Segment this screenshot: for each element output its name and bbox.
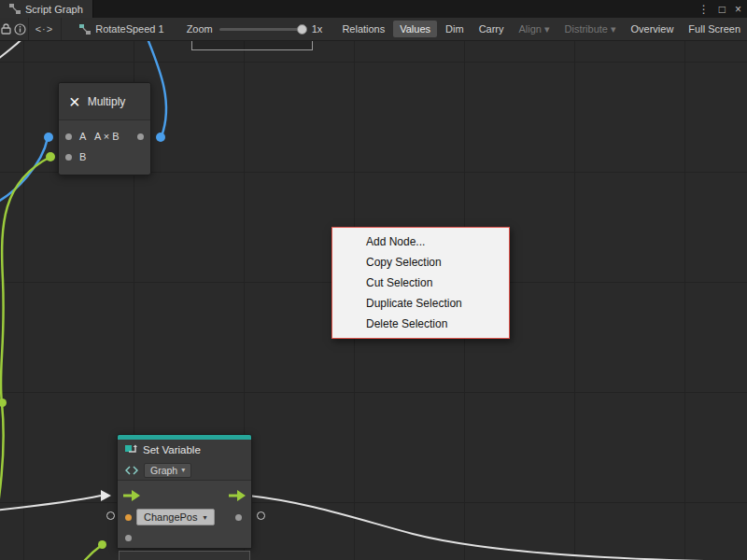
overview-button[interactable]: Overview <box>625 21 681 37</box>
multiply-node[interactable]: × Multiply A A × B B <box>58 82 151 175</box>
align-button[interactable]: Align ▾ <box>513 21 557 38</box>
input-b-label: B <box>79 151 86 162</box>
edit-graph-button[interactable]: <·> <box>28 18 60 40</box>
info-button[interactable] <box>12 18 28 40</box>
lock-button[interactable] <box>0 18 12 40</box>
zoom-slider-knob[interactable] <box>297 24 307 35</box>
toolbar-buttons: Relations Values Dim Carry Align ▾ Distr… <box>335 21 747 38</box>
green-connection-dot-b[interactable] <box>46 152 55 161</box>
relations-button[interactable]: Relations <box>335 21 391 37</box>
dim-button[interactable]: Dim <box>439 21 471 37</box>
menu-item-add-node[interactable]: Add Node... <box>332 231 509 252</box>
tab-bar: Script Graph ⋮ □ × <box>0 0 747 18</box>
input-port-a[interactable] <box>65 133 72 140</box>
distribute-button[interactable]: Distribute ▾ <box>558 21 623 38</box>
multiply-operator-icon: × <box>69 92 80 111</box>
relation-circle-right[interactable] <box>257 511 265 520</box>
set-variable-title: Set Variable <box>143 444 201 455</box>
zoom-value: 1x <box>312 23 323 35</box>
align-label: Align <box>519 23 542 35</box>
set-variable-icon <box>125 444 137 455</box>
chevron-down-icon: ▾ <box>204 513 207 522</box>
flow-input-port[interactable] <box>123 488 140 505</box>
tab-script-graph[interactable]: Script Graph <box>0 0 93 18</box>
flow-output-port[interactable] <box>229 488 246 505</box>
multiply-node-body: A A × B B <box>59 120 150 175</box>
multiply-row-b: B <box>59 147 150 167</box>
menu-item-cut-selection[interactable]: Cut Selection <box>332 273 509 293</box>
window-menu-icon[interactable]: ⋮ <box>698 3 710 16</box>
carry-button[interactable]: Carry <box>472 21 511 37</box>
set-variable-value-field[interactable] <box>119 551 250 560</box>
zoom-label: Zoom <box>187 23 213 35</box>
flow-row <box>118 481 251 507</box>
value-input-port[interactable] <box>125 535 132 541</box>
relation-circle-left[interactable] <box>106 511 115 520</box>
lock-icon <box>1 23 11 35</box>
zoom-slider[interactable] <box>219 28 305 31</box>
zoom-control: Zoom 1x <box>174 23 331 35</box>
scope-label: Graph <box>150 465 177 476</box>
variable-name-dropdown[interactable]: ChangePos ▾ <box>136 509 215 525</box>
values-button[interactable]: Values <box>393 21 437 37</box>
blue-connection-dot-a[interactable] <box>44 133 53 142</box>
menu-item-duplicate-selection[interactable]: Duplicate Selection <box>332 293 509 314</box>
distribute-label: Distribute <box>565 23 608 35</box>
window-maximize-icon[interactable]: □ <box>719 3 726 16</box>
graph-asset-icon <box>79 24 91 35</box>
script-graph-icon <box>9 4 21 14</box>
blue-connection-dot-out[interactable] <box>156 133 165 142</box>
chevron-down-icon: ▾ <box>544 23 550 35</box>
variable-name-label: ChangePos <box>144 511 198 523</box>
graph-name: RotateSpeed 1 <box>95 23 163 35</box>
window-controls: ⋮ □ × <box>698 0 747 18</box>
info-icon <box>14 23 26 35</box>
set-variable-node[interactable]: Set Variable Graph ▾ <box>117 434 252 549</box>
input-port-row <box>118 527 251 548</box>
output-port[interactable] <box>137 133 144 140</box>
variable-row: ChangePos ▾ <box>118 507 251 527</box>
chevron-down-icon: ▾ <box>181 466 185 474</box>
green-endpoint-dot[interactable] <box>98 540 106 549</box>
set-variable-scope-row: Graph ▾ <box>118 460 251 481</box>
variable-value-port[interactable] <box>125 514 132 521</box>
graph-reference[interactable]: RotateSpeed 1 <box>61 23 173 35</box>
code-chevrons-icon <box>125 466 138 475</box>
input-port-b[interactable] <box>65 154 72 161</box>
graph-toolbar: <·> RotateSpeed 1 Zoom 1x Relations Valu… <box>0 18 747 41</box>
scope-dropdown[interactable]: Graph ▾ <box>144 463 191 478</box>
set-variable-header[interactable]: Set Variable <box>118 440 251 460</box>
multiply-node-header[interactable]: × Multiply <box>59 83 150 120</box>
menu-item-copy-selection[interactable]: Copy Selection <box>332 252 509 273</box>
multiply-node-title: Multiply <box>88 95 126 108</box>
output-label: A × B <box>94 131 120 142</box>
input-a-label: A <box>79 131 86 142</box>
full-screen-button[interactable]: Full Screen <box>682 21 747 37</box>
multiply-row-a: A A × B <box>59 126 150 147</box>
context-menu: Add Node... Copy Selection Cut Selection… <box>331 227 510 339</box>
set-variable-body: ChangePos ▾ <box>118 481 251 548</box>
unity-script-graph-window: × Multiply A A × B B <box>0 0 747 560</box>
chevron-down-icon: ▾ <box>611 23 616 35</box>
window-close-icon[interactable]: × <box>735 3 741 16</box>
tab-title: Script Graph <box>25 4 83 15</box>
menu-item-delete-selection[interactable]: Delete Selection <box>332 314 509 334</box>
variable-output-port[interactable] <box>235 514 242 521</box>
